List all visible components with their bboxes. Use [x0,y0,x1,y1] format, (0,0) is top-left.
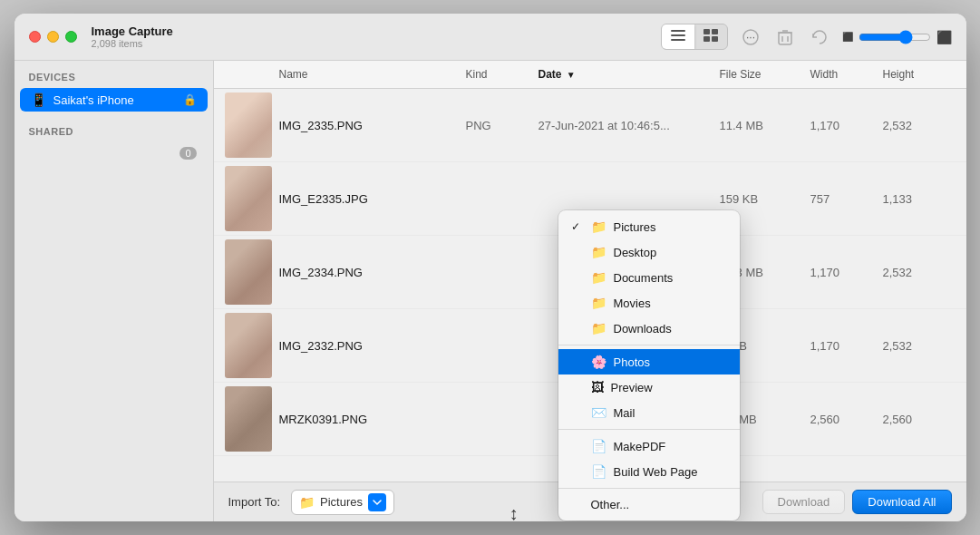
shared-section-label: SHARED [15,126,213,142]
content-area: Name Kind Date ▼ File Size Width Height … [214,61,966,521]
dropdown-separator [558,345,740,345]
dropdown-item-buildwebpage[interactable]: ✓ 📄 Build Web Page [558,459,740,484]
col-width[interactable]: Width [810,68,883,81]
device-name-label: Saikat's iPhone [53,93,134,107]
svg-rect-5 [703,36,710,42]
titlebar: Image Capture 2,098 items [15,14,966,61]
svg-rect-6 [712,36,718,42]
file-name: MRZK0391.PNG [279,413,466,426]
svg-rect-4 [712,29,718,34]
delete-button[interactable] [773,24,797,50]
dropdown-label: Mail [614,406,636,420]
main-content: DEVICES 📱 Saikat's iPhone 🔒 SHARED 0 Nam… [15,61,966,521]
dropdown-item-movies[interactable]: ✓ 📁 Movies [558,290,740,316]
thumbnail [225,166,272,231]
minimize-button[interactable] [47,31,59,43]
import-to-label: Import To: [228,495,281,509]
dropdown-item-preview[interactable]: ✓ 🖼 Preview [558,374,740,400]
file-height: 2,532 [883,339,956,353]
shared-badge: 0 [180,147,196,160]
file-name: IMG_2332.PNG [279,339,466,353]
thumbnail [225,386,272,452]
makepdf-icon: 📄 [591,439,606,453]
share-button[interactable]: ··· [739,25,762,49]
buildwebpage-icon: 📄 [591,464,606,479]
download-all-button[interactable]: Download All [852,490,951,514]
title-info: Image Capture 2,098 items [92,24,173,49]
toolbar-right: ··· ⬛ ⬛ [661,24,952,50]
zoom-small-icon: ⬛ [842,32,853,42]
table-row[interactable]: IMG_2335.PNG PNG 27-Jun-2021 at 10:46:5.… [214,89,966,162]
dropdown-label: Build Web Page [614,465,698,479]
dropdown-item-desktop[interactable]: ✓ 📁 Desktop [558,239,740,265]
dropdown-item-other[interactable]: ✓ Other... [558,492,740,517]
file-height: 2,532 [883,119,956,132]
col-name[interactable]: Name [279,68,466,81]
dropdown-separator [558,429,740,430]
file-width: 1,170 [810,119,883,132]
dropdown-item-documents[interactable]: ✓ 📁 Documents [558,265,740,290]
svg-rect-2 [671,39,685,41]
mail-icon: ✉️ [591,405,606,420]
dropdown-item-photos[interactable]: 🌸 Photos [558,349,740,374]
maximize-button[interactable] [65,31,77,43]
download-button[interactable]: Download [762,490,846,514]
list-view-button[interactable] [662,24,694,49]
file-width: 2,560 [810,413,883,426]
file-height: 2,532 [883,266,956,279]
action-buttons: Download Download All [762,490,952,514]
import-to-selector[interactable]: 📁 Pictures [291,490,394,515]
folder-icon: 📁 [591,296,606,310]
app-title: Image Capture [92,24,173,38]
file-width: 1,170 [810,266,883,279]
folder-icon: 📁 [591,321,606,336]
dropdown-label: Documents [614,271,674,285]
svg-rect-1 [671,34,685,36]
dropdown-label: Movies [614,297,651,310]
dropdown-label: Preview [611,381,653,394]
thumbnail [225,239,272,305]
close-button[interactable] [29,31,41,43]
sidebar-item-iphone[interactable]: 📱 Saikat's iPhone 🔒 [20,88,208,112]
sort-arrow-icon: ▼ [567,70,576,80]
file-kind: PNG [466,119,539,132]
thumbnail [225,92,272,158]
col-filesize[interactable]: File Size [720,68,810,81]
dropdown-label: Pictures [614,220,656,234]
dropdown-item-mail[interactable]: ✓ ✉️ Mail [558,400,740,425]
file-name: IMG_E2335.JPG [279,192,466,206]
dropdown-arrow-icon[interactable] [368,493,386,511]
file-date: 27-Jun-2021 at 10:46:5... [539,119,720,132]
import-dropdown-menu: ✓ 📁 Pictures ✓ 📁 Desktop ✓ 📁 Documents ✓… [558,210,740,520]
dropdown-label: Downloads [614,322,672,336]
svg-text:···: ··· [745,31,754,44]
file-width: 757 [810,192,883,206]
preview-icon: 🖼 [591,380,604,394]
file-size: 11.4 MB [720,119,810,132]
file-height: 1,133 [883,192,956,206]
grid-view-button[interactable] [694,24,727,49]
traffic-lights [29,31,77,43]
shared-section: SHARED 0 [15,126,213,164]
col-kind[interactable]: Kind [466,68,539,81]
dropdown-item-pictures[interactable]: ✓ 📁 Pictures [558,214,740,239]
phone-icon: 📱 [31,92,46,107]
col-height[interactable]: Height [883,68,956,81]
svg-rect-9 [779,33,791,44]
file-name: IMG_2335.PNG [279,119,466,132]
devices-section-label: DEVICES [15,72,213,88]
file-name: IMG_2334.PNG [279,266,466,279]
dropdown-item-downloads[interactable]: ✓ 📁 Downloads [558,316,740,341]
photos-icon: 🌸 [591,355,606,369]
svg-rect-3 [703,29,710,34]
lock-icon: 🔒 [183,93,197,106]
col-date[interactable]: Date ▼ [539,68,720,81]
zoom-slider[interactable] [859,30,931,44]
table-header: Name Kind Date ▼ File Size Width Height [214,61,966,89]
view-toggle [661,24,728,50]
dropdown-item-makepdf[interactable]: ✓ 📄 MakePDF [558,433,740,459]
sidebar-item-shared[interactable]: 0 [20,142,208,164]
rotate-button[interactable] [808,25,831,49]
dropdown-separator [558,488,740,489]
zoom-large-icon: ⬛ [936,30,952,44]
